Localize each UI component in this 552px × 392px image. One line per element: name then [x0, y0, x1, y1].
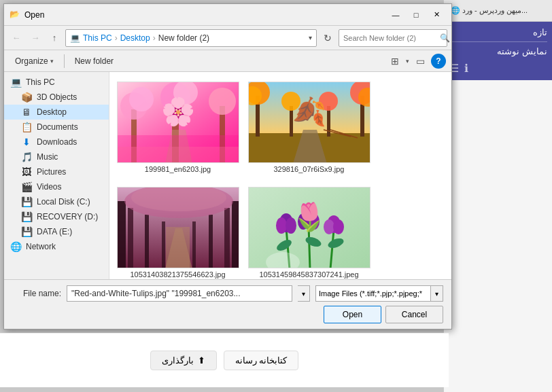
- browser-sidebar-title: نمایش نوشته: [449, 41, 547, 56]
- minimize-button[interactable]: —: [386, 8, 405, 22]
- downloads-icon: ⬇: [20, 137, 33, 147]
- file-item-tulips[interactable]: 10531459845837307241.jpeg: [246, 183, 372, 279]
- filename-dropdown-button[interactable]: ▾: [298, 285, 310, 302]
- view-dropdown-icon[interactable]: ▾: [406, 58, 409, 65]
- svg-point-47: [276, 217, 287, 234]
- svg-point-51: [309, 213, 320, 230]
- view-button[interactable]: ⊞: [387, 53, 403, 69]
- sidebar-item-pictures-label: Pictures: [37, 167, 66, 177]
- sidebar-item-thispc-label: This PC: [26, 77, 55, 87]
- sidebar-item-network[interactable]: 🌐 Network: [4, 239, 109, 254]
- sidebar-item-videos-label: Videos: [37, 182, 61, 192]
- close-button[interactable]: ✕: [427, 8, 446, 22]
- sidebar-item-local-disk[interactable]: 💾 Local Disk (C:): [4, 194, 109, 209]
- svg-rect-28: [118, 201, 126, 268]
- upload-button[interactable]: ⬆ بارگذاری: [150, 351, 217, 370]
- bottom-area: File name: ▾ ▾ Open Cancel: [4, 279, 451, 329]
- search-input[interactable]: [343, 34, 437, 42]
- browser-new-btn[interactable]: تازه: [533, 27, 547, 37]
- sidebar-item-desktop-label: Desktop: [37, 107, 67, 117]
- svg-rect-30: [232, 201, 239, 268]
- search-icon: 🔍: [440, 33, 450, 43]
- sidebar-item-desktop[interactable]: 🖥 Desktop: [4, 105, 109, 120]
- sidebar-item-pictures[interactable]: 🖼 Pictures: [4, 164, 109, 179]
- upload-label: بارگذاری: [162, 355, 194, 366]
- svg-point-8: [173, 82, 198, 105]
- svg-marker-38: [165, 228, 192, 268]
- library-button[interactable]: کتابخانه رسانه: [224, 351, 299, 370]
- open-button[interactable]: Open: [324, 306, 381, 323]
- file-name-autumn: 329816_07r6iSx9.jpg: [274, 165, 345, 173]
- svg-rect-29: [128, 208, 133, 268]
- recovery-icon: 💾: [20, 211, 33, 222]
- breadcrumb-sep-1: ›: [115, 33, 118, 43]
- up-button[interactable]: ↑: [46, 30, 63, 46]
- breadcrumb-thispc: This PC: [83, 33, 112, 43]
- browser-tab[interactable]: 🌐 میهن وردپرس - ورد...: [444, 0, 552, 22]
- file-item-autumn[interactable]: 329816_07r6iSx9.jpg: [246, 77, 372, 177]
- 3dobjects-icon: 📦: [20, 92, 33, 103]
- sidebar-item-thispc[interactable]: 💻 This PC: [4, 75, 109, 90]
- breadcrumb-dropdown-icon[interactable]: ▾: [309, 34, 312, 41]
- search-box: 🔍: [339, 29, 447, 47]
- sidebar-item-videos[interactable]: 🎬 Videos: [4, 179, 109, 194]
- refresh-button[interactable]: ↻: [320, 30, 336, 46]
- address-bar: ← → ↑ 💻 This PC › Desktop › New folder (…: [4, 26, 451, 50]
- svg-point-9: [209, 88, 236, 115]
- upload-icon: ⬆: [198, 355, 205, 366]
- breadcrumb[interactable]: 💻 This PC › Desktop › New folder (2) ▾: [65, 29, 317, 47]
- local-disk-icon: 💾: [20, 196, 33, 207]
- organize-button[interactable]: Organize ▾: [10, 53, 59, 69]
- filename-label: File name:: [12, 289, 61, 298]
- new-folder-button[interactable]: New folder: [69, 53, 119, 69]
- file-item-spring[interactable]: 199981_en6203.jpg: [115, 77, 241, 177]
- help-button[interactable]: ?: [431, 54, 446, 69]
- file-thumbnail-tulips: [248, 187, 370, 268]
- sidebar-item-recovery-label: RECOVERY (D:): [37, 212, 98, 221]
- breadcrumb-folder: New folder (2): [158, 33, 209, 43]
- content-area: 💻 This PC 📦 3D Objects 🖥 Desktop 📋 Docum…: [4, 72, 451, 279]
- file-item-pink-path[interactable]: 1053140382137554​6623.jpg: [115, 183, 241, 279]
- dialog-icon: 📂: [10, 10, 20, 20]
- window-controls: — □ ✕: [386, 8, 446, 22]
- breadcrumb-desktop: Desktop: [120, 33, 150, 43]
- maximize-button[interactable]: □: [407, 8, 426, 22]
- library-label: کتابخانه رسانه: [235, 355, 288, 366]
- organize-label: Organize: [15, 56, 48, 66]
- svg-rect-31: [224, 208, 230, 268]
- sidebar-item-documents[interactable]: 📋 Documents: [4, 120, 109, 135]
- sidebar-item-downloads[interactable]: ⬇ Downloads: [4, 135, 109, 149]
- sidebar-item-network-label: Network: [26, 242, 56, 251]
- documents-icon: 📋: [20, 122, 33, 132]
- sidebar-item-3dobjects[interactable]: 📦 3D Objects: [4, 90, 109, 105]
- open-dialog: 📂 Open — □ ✕ ← → ↑ 💻 This PC › Desktop ›…: [3, 3, 452, 329]
- sidebar-item-data[interactable]: 💾 DATA (E:): [4, 224, 109, 239]
- cancel-button[interactable]: Cancel: [385, 306, 443, 323]
- filetype-row: ▾: [315, 285, 443, 302]
- actions-row: Open Cancel: [12, 306, 443, 323]
- svg-point-50: [298, 213, 309, 230]
- filename-input[interactable]: [67, 285, 292, 302]
- breadcrumb-sep-2: ›: [153, 33, 156, 43]
- svg-point-49: [301, 208, 316, 228]
- thispc-icon: 💻: [10, 77, 22, 88]
- new-folder-label: New folder: [75, 56, 114, 66]
- svg-rect-34: [162, 221, 165, 268]
- file-thumbnail-spring: [117, 82, 239, 163]
- file-grid: 199981_en6203.jpg: [109, 72, 451, 279]
- filetype-input[interactable]: [315, 285, 431, 302]
- toolbar-right: ⊞ ▾ ▭ ?: [387, 53, 446, 69]
- svg-point-6: [129, 87, 154, 111]
- preview-button[interactable]: ▭: [412, 53, 428, 69]
- page-bottom: ⬆ بارگذاری کتابخانه رسانه: [0, 333, 449, 387]
- dialog-titlebar: 📂 Open — □ ✕: [4, 4, 451, 26]
- sidebar-item-recovery[interactable]: 💾 RECOVERY (D:): [4, 209, 109, 224]
- info-icon: ℹ: [464, 62, 468, 75]
- svg-point-23: [319, 92, 338, 111]
- forward-button[interactable]: →: [27, 30, 44, 46]
- sidebar-item-music[interactable]: 🎵 Music: [4, 149, 109, 164]
- browser-sidebar: تازه نمایش نوشته ☰ ℹ: [444, 22, 552, 80]
- back-button[interactable]: ←: [8, 30, 24, 46]
- filetype-dropdown-button[interactable]: ▾: [431, 285, 443, 302]
- file-thumbnail-autumn: [248, 82, 370, 163]
